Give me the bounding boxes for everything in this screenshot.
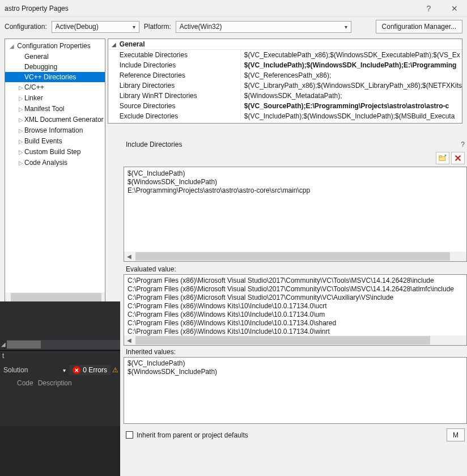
help-icon[interactable]: ? [461, 141, 465, 148]
help-button[interactable]: ? [416, 0, 441, 17]
new-line-button[interactable]: ✶ [436, 152, 449, 164]
chevron-down-icon: ▾ [345, 24, 347, 30]
prop-value: $(VC_IncludePath);$(WindowsSDK_IncludePa… [241, 60, 462, 70]
evaluated-line: C:\Program Files (x86)\Microsoft Visual … [128, 294, 463, 302]
prop-value: $(VC_ReferencesPath_x86); [241, 70, 462, 80]
tree-item-vcpp-directories[interactable]: VC++ Directories [5, 72, 105, 82]
configuration-manager-button[interactable]: Configuration Manager... [376, 20, 462, 33]
tree-item-debugging[interactable]: Debugging [5, 62, 105, 72]
evaluated-value-box[interactable]: C:\Program Files (x86)\Microsoft Visual … [124, 274, 467, 346]
grid-row-library-directories[interactable]: Library Directories $(VC_LibraryPath_x86… [108, 80, 462, 91]
dialog-title: Include Directories [126, 141, 461, 148]
prop-name: Exclude Directories [108, 111, 241, 121]
close-button[interactable]: ✕ [441, 0, 467, 17]
tree-root[interactable]: ◢ Configuration Properties [5, 41, 105, 52]
dialog-toolbar: ✶ [124, 152, 467, 165]
configuration-combo[interactable]: Active(Debug) ▾ [52, 21, 139, 33]
prop-name: Library WinRT Directories [108, 91, 241, 101]
expand-arrow-right-icon: ▷ [18, 137, 24, 146]
chevron-down-icon: ▾ [133, 24, 135, 30]
ide-background-panel-lower [0, 426, 120, 476]
ide-scroll-row: ◢ [0, 338, 120, 351]
solution-filter[interactable]: Solution [0, 366, 28, 374]
scroll-left-icon[interactable]: ◀ [124, 252, 134, 261]
prop-name: Include Directories [108, 60, 241, 70]
tree-item-xml-doc-gen[interactable]: ▷XML Document Generator [5, 114, 105, 125]
evaluated-horizontal-scrollbar[interactable]: ◀ [124, 335, 466, 345]
edit-line: $(WindowsSDK_IncludePath) [128, 178, 463, 186]
tree-horizontal-scrollbar[interactable] [5, 292, 105, 302]
prop-value: $(VC_IncludePath);$(WindowsSDK_IncludePa… [241, 111, 462, 121]
tree-item-build-events[interactable]: ▷Build Events [5, 136, 105, 147]
window-buttons: ? ✕ [416, 0, 467, 17]
configuration-label: Configuration: [5, 23, 47, 31]
evaluated-label: Evaluated value: [124, 263, 467, 274]
evaluated-line: C:\Program Files (x86)\Microsoft Visual … [128, 277, 463, 285]
prop-value: $(WindowsSDK_MetadataPath); [241, 91, 462, 101]
expand-arrow-right-icon: ▷ [18, 116, 24, 125]
prop-name: Source Directories [108, 101, 241, 111]
collapse-arrow-icon: ◢ [112, 41, 120, 48]
prop-value: $(VC_ExecutablePath_x86);$(WindowsSDK_Ex… [241, 50, 462, 60]
configuration-value: Active(Debug) [56, 23, 99, 31]
tree-item-manifest-tool[interactable]: ▷Manifest Tool [5, 104, 105, 114]
expand-arrow-right-icon: ▷ [18, 126, 24, 135]
dialog-title-row: Include Directories ? [124, 139, 467, 150]
dropdown-icon[interactable]: ▾ [60, 367, 69, 373]
svg-text:✶: ✶ [444, 154, 447, 158]
tree-item-ccpp[interactable]: ▷C/C++ [5, 82, 105, 93]
error-icon: ✕ [73, 366, 80, 374]
ide-error-filter-row: Solution ▾ ✕ 0 Errors ⚠ [0, 363, 120, 377]
editbox-horizontal-scrollbar[interactable]: ◀ [124, 252, 466, 261]
edit-line: $(VC_IncludePath) [128, 169, 463, 178]
tree-item-linker[interactable]: ▷Linker [5, 93, 105, 104]
error-list-header: Code Description [0, 377, 120, 389]
col-code[interactable]: Code [17, 379, 33, 387]
expand-arrow-right-icon: ▷ [18, 83, 24, 92]
col-description[interactable]: Description [38, 379, 72, 387]
platform-label: Platform: [144, 23, 171, 31]
macros-button[interactable]: M [447, 428, 465, 441]
evaluated-line: C:\Program Files (x86)\Microsoft Visual … [128, 285, 463, 294]
prop-value: $(VC_LibraryPath_x86);$(WindowsSDK_Libra… [241, 80, 462, 91]
grid-row-library-winrt-directories[interactable]: Library WinRT Directories $(WindowsSDK_M… [108, 91, 462, 101]
svg-rect-1 [439, 156, 441, 158]
grid-section-header[interactable]: ◢ General [108, 39, 462, 50]
tree-item-custom-build-step[interactable]: ▷Custom Build Step [5, 147, 105, 158]
grid-row-include-directories[interactable]: Include Directories $(VC_IncludePath);$(… [108, 60, 462, 70]
grid-row-executable-directories[interactable]: Executable Directories $(VC_ExecutablePa… [108, 50, 462, 60]
inherit-row: Inherit from parent or project defaults … [124, 427, 467, 443]
expand-arrow-icon: ◢ [0, 341, 7, 347]
ide-text-fragment: t [0, 351, 120, 363]
inherit-checkbox[interactable] [126, 431, 133, 439]
tree-item-code-analysis[interactable]: ▷Code Analysis [5, 158, 105, 168]
inherited-label: Inherited values: [124, 346, 467, 357]
evaluated-line: C:\Program Files (x86)\Windows Kits\10\I… [128, 302, 463, 311]
expand-arrow-right-icon: ▷ [18, 159, 24, 168]
directories-editbox[interactable]: $(VC_IncludePath) $(WindowsSDK_IncludePa… [124, 167, 467, 262]
include-directories-dialog: Include Directories ? ✶ $(VC_IncludePath… [120, 136, 467, 446]
grid-row-reference-directories[interactable]: Reference Directories $(VC_ReferencesPat… [108, 70, 462, 80]
warning-icon[interactable]: ⚠ [111, 366, 120, 374]
tree-item-general[interactable]: General [5, 52, 105, 62]
grid-row-source-directories[interactable]: Source Directories $(VC_SourcePath);E:\P… [108, 101, 462, 111]
evaluated-line: C:\Program Files (x86)\Windows Kits\10\I… [128, 328, 463, 336]
errors-badge[interactable]: ✕ 0 Errors [69, 365, 111, 375]
property-tree[interactable]: ◢ Configuration Properties General Debug… [5, 39, 105, 303]
grid-section-label: General [120, 40, 145, 48]
grid-row-exclude-directories[interactable]: Exclude Directories $(VC_IncludePath);$(… [108, 111, 462, 121]
evaluated-line: C:\Program Files (x86)\Windows Kits\10\I… [128, 311, 463, 319]
platform-combo[interactable]: Active(Win32) ▾ [176, 21, 351, 33]
expand-arrow-right-icon: ▷ [18, 148, 24, 157]
tree-item-browse-info[interactable]: ▷Browse Information [5, 125, 105, 136]
evaluated-line: C:\Program Files (x86)\Windows Kits\10\I… [128, 319, 463, 328]
inherit-checkbox-label: Inherit from parent or project defaults [137, 431, 248, 439]
inherited-value-box[interactable]: $(VC_IncludePath) $(WindowsSDK_IncludePa… [124, 357, 467, 424]
tree-root-label: Configuration Properties [17, 42, 90, 50]
delete-line-button[interactable] [451, 152, 465, 164]
ide-background-panel: ◢ t Solution ▾ ✕ 0 Errors ⚠ Code Descrip… [0, 301, 120, 426]
edit-line: E:\Programming\Projects\astro\astro\astr… [128, 186, 463, 195]
scroll-left-icon[interactable]: ◀ [124, 335, 134, 345]
prop-name: Reference Directories [108, 70, 241, 80]
ide-horizontal-scrollbar[interactable] [7, 340, 120, 349]
